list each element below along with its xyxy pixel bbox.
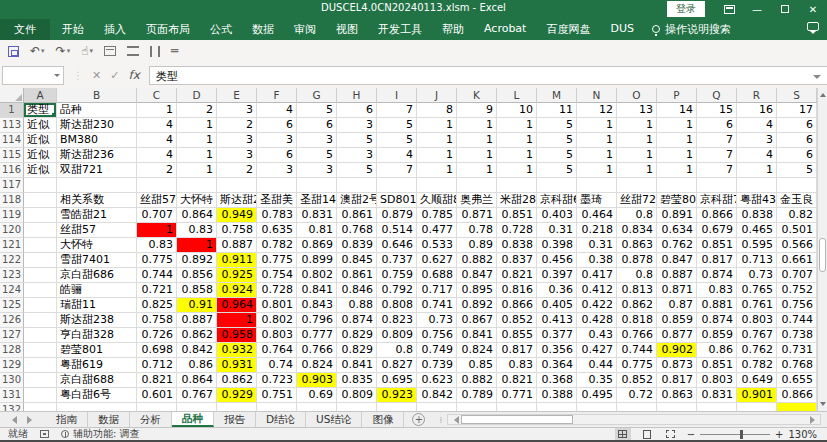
cell-C130[interactable]: 0.821	[137, 373, 177, 388]
cell-E117[interactable]	[217, 178, 257, 193]
cell-N131[interactable]: 0.495	[577, 388, 617, 403]
cell-I125[interactable]: 0.808	[377, 298, 417, 313]
cell-F130[interactable]: 0.723	[257, 373, 297, 388]
cell-I127[interactable]: 0.809	[377, 328, 417, 343]
cell-D126[interactable]: 0.887	[177, 313, 217, 328]
cell-O128[interactable]: 0.744	[617, 343, 657, 358]
row-header-117[interactable]: 117	[0, 178, 24, 193]
tab-11[interactable]: DUS	[600, 19, 644, 40]
cell-S130[interactable]: 0.655	[777, 373, 817, 388]
column-header-Q[interactable]: Q	[697, 88, 737, 103]
cell-Q119[interactable]: 0.866	[697, 208, 737, 223]
touch-mode-button[interactable]: ☝▾	[81, 44, 93, 58]
cell-O118[interactable]: 丝甜72	[617, 193, 657, 208]
cell-J120[interactable]: 0.477	[417, 223, 457, 238]
cell-J125[interactable]: 0.741	[417, 298, 457, 313]
cell-H124[interactable]: 0.846	[337, 283, 377, 298]
row-header-120[interactable]: 120	[0, 223, 24, 238]
cell-C117[interactable]	[137, 178, 177, 193]
cell-N125[interactable]: 0.422	[577, 298, 617, 313]
cell-E115[interactable]: 3	[217, 148, 257, 163]
cell-B120[interactable]: 丝甜57	[57, 223, 137, 238]
cell-D119[interactable]: 0.864	[177, 208, 217, 223]
cell-G125[interactable]: 0.843	[297, 298, 337, 313]
cell-I123[interactable]: 0.759	[377, 268, 417, 283]
vertical-scroll-thumb[interactable]	[819, 238, 826, 272]
cell-L113[interactable]: 1	[497, 118, 537, 133]
cell-S127[interactable]: 0.738	[777, 328, 817, 343]
cell-E131[interactable]: 0.929	[217, 388, 257, 403]
cell-I117[interactable]	[377, 178, 417, 193]
cell-P117[interactable]	[657, 178, 697, 193]
cell-D118[interactable]: 大怀特	[177, 193, 217, 208]
zoom-slider[interactable]	[700, 434, 770, 435]
cell-B118[interactable]: 相关系数	[57, 193, 137, 208]
cell-Q114[interactable]: 7	[697, 133, 737, 148]
cell-K129[interactable]: 0.85	[457, 358, 497, 373]
cell-B113[interactable]: 斯达甜230	[57, 118, 137, 133]
cell-D131[interactable]: 0.767	[177, 388, 217, 403]
cell-G127[interactable]: 0.777	[297, 328, 337, 343]
cell-D127[interactable]: 0.862	[177, 328, 217, 343]
cell-P114[interactable]: 1	[657, 133, 697, 148]
cell-F122[interactable]: 0.775	[257, 253, 297, 268]
cell-C114[interactable]: 4	[137, 133, 177, 148]
cell-E122[interactable]: 0.911	[217, 253, 257, 268]
cell-H130[interactable]: 0.835	[337, 373, 377, 388]
cell-K127[interactable]: 0.841	[457, 328, 497, 343]
row-header-125[interactable]: 125	[0, 298, 24, 313]
cell-D113[interactable]: 1	[177, 118, 217, 133]
cell-E129[interactable]: 0.931	[217, 358, 257, 373]
cell-J122[interactable]: 0.627	[417, 253, 457, 268]
cell-H1[interactable]: 6	[337, 103, 377, 118]
column-header-S[interactable]: S	[777, 88, 817, 103]
cell-N119[interactable]: 0.464	[577, 208, 617, 223]
cell-E123[interactable]: 0.925	[217, 268, 257, 283]
cell-R115[interactable]: 4	[737, 148, 777, 163]
cancel-icon[interactable]: ✕	[92, 69, 101, 82]
scroll-left-button[interactable]	[448, 415, 460, 424]
cell-O131[interactable]: 0.72	[617, 388, 657, 403]
cell-M1[interactable]: 11	[537, 103, 577, 118]
cell-Q121[interactable]: 0.851	[697, 238, 737, 253]
cell-I129[interactable]: 0.827	[377, 358, 417, 373]
cell-F121[interactable]: 0.782	[257, 238, 297, 253]
cell-J113[interactable]: 1	[417, 118, 457, 133]
cell-L118[interactable]: 米甜28	[497, 193, 537, 208]
cell-G124[interactable]: 0.841	[297, 283, 337, 298]
page-break-view-button[interactable]	[663, 428, 679, 440]
cell-A124[interactable]	[24, 283, 57, 298]
cell-K126[interactable]: 0.867	[457, 313, 497, 328]
cell-F127[interactable]: 0.803	[257, 328, 297, 343]
cell-B124[interactable]: 皓骊	[57, 283, 137, 298]
cell-G114[interactable]: 3	[297, 133, 337, 148]
cell-M117[interactable]	[537, 178, 577, 193]
cell-I131[interactable]: 0.923	[377, 388, 417, 403]
cell-Q1[interactable]: 15	[697, 103, 737, 118]
macro-record-icon[interactable]	[40, 430, 49, 438]
restore-button[interactable]	[771, 0, 799, 18]
cell-S1[interactable]: 17	[777, 103, 817, 118]
cell-E124[interactable]: 0.924	[217, 283, 257, 298]
cell-Q131[interactable]: 0.831	[697, 388, 737, 403]
cell-L127[interactable]: 0.855	[497, 328, 537, 343]
cell-R121[interactable]: 0.595	[737, 238, 777, 253]
cell-P132[interactable]	[657, 403, 697, 411]
cell-L1[interactable]: 10	[497, 103, 537, 118]
cell-E132[interactable]	[217, 403, 257, 411]
cell-A127[interactable]	[24, 328, 57, 343]
cell-C124[interactable]: 0.721	[137, 283, 177, 298]
cell-J124[interactable]: 0.717	[417, 283, 457, 298]
tab-file[interactable]: 文件	[0, 19, 50, 40]
cell-S113[interactable]: 6	[777, 118, 817, 133]
cell-L117[interactable]	[497, 178, 537, 193]
cell-B123[interactable]: 京白甜686	[57, 268, 137, 283]
cell-O127[interactable]: 0.766	[617, 328, 657, 343]
column-header-R[interactable]: R	[737, 88, 777, 103]
cell-O119[interactable]: 0.8	[617, 208, 657, 223]
sheet-tab-0[interactable]: 指南	[46, 412, 88, 427]
cell-J116[interactable]: 1	[417, 163, 457, 178]
cell-Q129[interactable]: 0.851	[697, 358, 737, 373]
cell-F118[interactable]: 圣甜美	[257, 193, 297, 208]
cell-C113[interactable]: 4	[137, 118, 177, 133]
